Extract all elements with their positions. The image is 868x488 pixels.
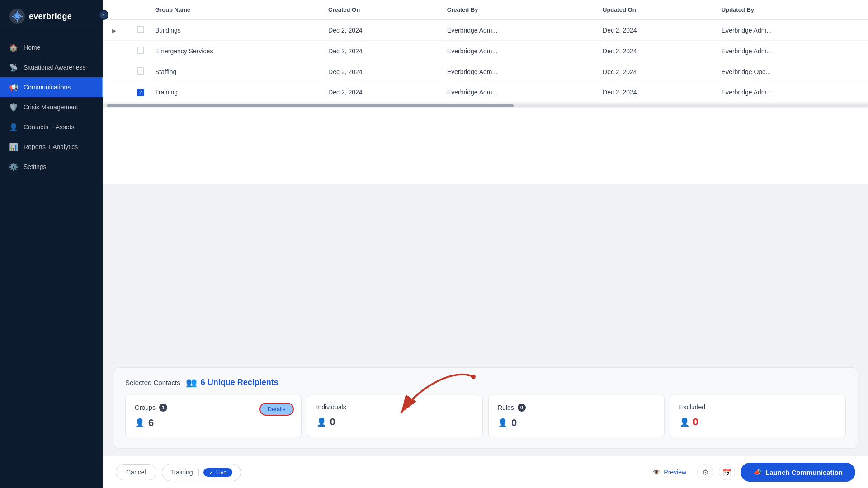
column-updated-on: Updated On — [594, 0, 712, 20]
reports-analytics-icon: 📊 — [9, 142, 18, 151]
training-live-pill[interactable]: Training ✓ Live — [162, 464, 241, 481]
logo-area: everbridge — [0, 0, 103, 32]
individuals-count: 👤 0 — [316, 416, 474, 428]
checkbox-cell[interactable]: ✓ — [128, 82, 146, 103]
sidebar-item-reports-analytics[interactable]: 📊 Reports + Analytics — [0, 137, 103, 157]
expand-icon[interactable]: ▶ — [112, 28, 116, 34]
crisis-management-icon: 🛡️ — [9, 103, 18, 112]
svg-point-1 — [15, 14, 19, 18]
row-checkbox-buildings[interactable] — [137, 26, 144, 33]
selected-contacts-panel: Selected Contacts 👥 6 Unique Recipients — [114, 367, 857, 449]
table-wrapper: Group Name Created On Created By Updated… — [103, 0, 868, 103]
column-updated-by: Updated By — [712, 0, 868, 20]
recipient-person-icon: 👥 — [186, 377, 197, 388]
table-row: ✓ Training Dec 2, 2024 Everbridge Adm...… — [103, 82, 868, 103]
preview-button[interactable]: 👁️ Preview — [647, 465, 692, 479]
cell-group-name: Training — [146, 82, 319, 103]
sidebar-label-communications: Communications — [24, 84, 71, 91]
stat-cards-container: Groups 1 👤 6 Details Individuals 👤 — [125, 395, 846, 437]
groups-card-label: Groups — [135, 404, 156, 411]
scrollbar-thumb[interactable] — [107, 104, 514, 107]
main-content: Group Name Created On Created By Updated… — [103, 0, 868, 488]
groups-person-icon: 👤 — [135, 418, 145, 428]
launch-label: Launch Communication — [765, 469, 843, 476]
rules-person-icon: 👤 — [498, 418, 508, 428]
checkbox-cell[interactable] — [128, 61, 146, 82]
logo-text: everbridge — [29, 12, 72, 21]
communications-icon: 📢 — [9, 83, 18, 92]
sidebar-collapse-button[interactable]: « — [99, 10, 108, 20]
cell-created-on: Dec 2, 2024 — [319, 41, 438, 61]
cell-updated-by: Everbridge Adm... — [712, 82, 868, 103]
row-checkbox-emergency[interactable] — [137, 47, 144, 54]
unique-recipients-link[interactable]: 👥 6 Unique Recipients — [186, 377, 278, 388]
cell-group-name: Staffing — [146, 61, 319, 82]
rules-card-header: Rules 0 — [498, 404, 655, 412]
sidebar-item-contacts-assets[interactable]: 👤 Contacts + Assets — [0, 117, 103, 137]
cell-created-by: Everbridge Adm... — [438, 61, 594, 82]
individuals-card-header: Individuals — [316, 404, 474, 411]
cell-updated-on: Dec 2, 2024 — [594, 41, 712, 61]
individuals-card-label: Individuals — [316, 404, 346, 411]
column-checkbox — [128, 0, 146, 20]
individuals-stat-card: Individuals 👤 0 — [307, 395, 483, 437]
cell-updated-by: Everbridge Adm... — [712, 41, 868, 61]
bottom-bar: Cancel Training ✓ Live 👁️ Preview ⚙ 📅 📣 … — [103, 456, 868, 488]
calendar-icon: 📅 — [722, 468, 731, 477]
cell-created-on: Dec 2, 2024 — [319, 82, 438, 103]
individuals-person-icon: 👤 — [316, 417, 326, 427]
cell-group-name: Buildings — [146, 20, 319, 41]
live-label: Live — [216, 469, 227, 476]
sidebar: everbridge « 🏠 Home 📡 Situational Awaren… — [0, 0, 103, 488]
checkbox-cell[interactable] — [128, 41, 146, 61]
sidebar-label-situational-awareness: Situational Awareness — [24, 64, 86, 71]
checkmark-icon: ✓ — [209, 469, 214, 476]
launch-communication-button[interactable]: 📣 Launch Communication — [741, 463, 855, 482]
sidebar-item-crisis-management[interactable]: 🛡️ Crisis Management — [0, 97, 103, 117]
groups-table: Group Name Created On Created By Updated… — [103, 0, 868, 103]
rules-badge: 0 — [518, 404, 526, 412]
expand-cell — [103, 82, 128, 103]
groups-count: 👤 6 — [135, 417, 292, 429]
sidebar-item-home[interactable]: 🏠 Home — [0, 38, 103, 57]
groups-table-area: Group Name Created On Created By Updated… — [103, 0, 868, 184]
expand-cell — [103, 41, 128, 61]
cell-updated-by: Everbridge Adm... — [712, 20, 868, 41]
checkbox-cell[interactable] — [128, 20, 146, 41]
sidebar-label-settings: Settings — [24, 163, 47, 170]
rules-count: 👤 0 — [498, 417, 655, 429]
sidebar-item-communications[interactable]: 📢 Communications — [0, 77, 103, 97]
excluded-card-header: Excluded — [679, 404, 837, 411]
table-row: ▶ Buildings Dec 2, 2024 Everbridge Adm..… — [103, 20, 868, 41]
groups-badge: 1 — [159, 404, 167, 412]
table-row: Staffing Dec 2, 2024 Everbridge Adm... D… — [103, 61, 868, 82]
situational-awareness-icon: 📡 — [9, 63, 18, 72]
row-checkbox-training[interactable]: ✓ — [137, 89, 144, 96]
calendar-button[interactable]: 📅 — [719, 464, 735, 480]
everbridge-logo-icon — [9, 8, 25, 24]
cancel-button[interactable]: Cancel — [116, 464, 156, 480]
cell-group-name: Emergency Services — [146, 41, 319, 61]
expand-cell[interactable]: ▶ — [103, 20, 128, 41]
rules-count-value: 0 — [511, 417, 517, 429]
sidebar-item-settings[interactable]: ⚙️ Settings — [0, 157, 103, 177]
details-button[interactable]: Details — [259, 403, 294, 416]
horizontal-scrollbar[interactable] — [103, 103, 868, 108]
excluded-person-icon: 👤 — [679, 417, 689, 427]
stat-cards-row: Groups 1 👤 6 Details Individuals 👤 — [125, 395, 846, 437]
excluded-count-value: 0 — [693, 416, 698, 428]
row-checkbox-staffing[interactable] — [137, 67, 144, 75]
panel-title: Selected Contacts — [125, 379, 180, 386]
settings-gear-button[interactable]: ⚙ — [697, 464, 713, 480]
table-header: Group Name Created On Created By Updated… — [103, 0, 868, 20]
column-created-by: Created By — [438, 0, 594, 20]
preview-label: Preview — [664, 469, 686, 476]
sidebar-item-situational-awareness[interactable]: 📡 Situational Awareness — [0, 57, 103, 77]
cell-created-by: Everbridge Adm... — [438, 20, 594, 41]
sidebar-navigation: 🏠 Home 📡 Situational Awareness 📢 Communi… — [0, 32, 103, 488]
expand-cell — [103, 61, 128, 82]
scrollbar-track — [103, 104, 868, 107]
content-spacer — [103, 184, 868, 368]
live-badge: ✓ Live — [203, 468, 232, 477]
individuals-count-value: 0 — [330, 416, 335, 428]
